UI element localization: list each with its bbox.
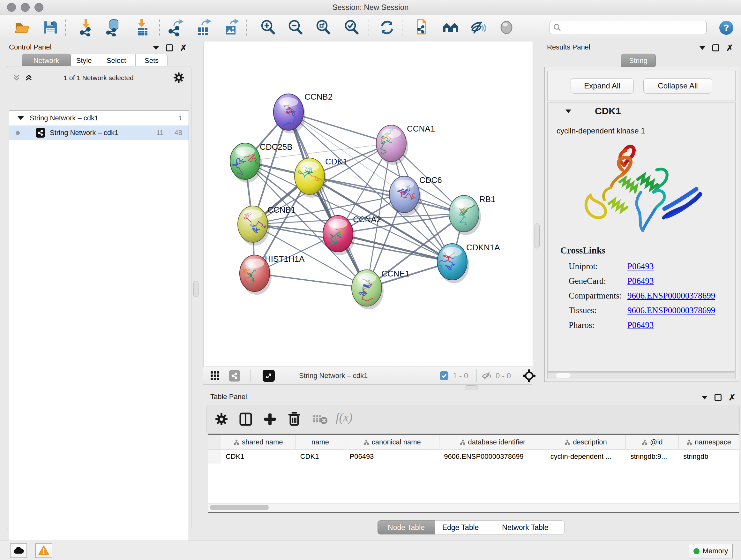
svg-text:CDKN1A: CDKN1A — [466, 243, 500, 252]
zoom-selected-icon[interactable] — [343, 18, 360, 37]
cell-canonical-name[interactable]: P06493 — [345, 449, 440, 463]
create-column-plus-icon[interactable] — [263, 412, 277, 428]
float-panel-icon[interactable] — [702, 396, 708, 399]
expand-all-button[interactable]: Expand All — [570, 78, 634, 94]
crosslink-link[interactable]: 9606.ENSP00000378699 — [627, 291, 715, 300]
import-table-file-icon[interactable] — [133, 18, 151, 37]
results-panel-splitter-handle[interactable] — [535, 224, 540, 248]
string-network-graph[interactable]: CCNB2CCNA1CDC25BCDK1CDC6RB1CCNB1CCNA2CDK… — [204, 42, 533, 367]
show-glass-pane-icon[interactable] — [497, 18, 515, 37]
show-columns-icon[interactable] — [239, 412, 253, 428]
export-image-icon[interactable] — [222, 18, 240, 37]
control-panel-tabs: Network Style Select Sets — [22, 54, 167, 68]
birds-eye-view-icon[interactable] — [263, 370, 275, 382]
crosslink-link[interactable]: P06493 — [627, 276, 654, 286]
export-network-icon[interactable] — [167, 18, 185, 37]
scrollbar-thumb[interactable] — [210, 505, 269, 510]
network-row-selected[interactable]: String Network – cdk1 11 48 — [9, 125, 189, 140]
tab-select[interactable]: Select — [97, 54, 136, 68]
network-view-share-icon[interactable] — [229, 370, 240, 381]
tab-style[interactable]: Style — [71, 54, 97, 68]
tab-network-table[interactable]: Network Table — [486, 520, 564, 535]
table-options-gear-icon[interactable] — [215, 413, 228, 427]
fit-selected-crosshair-icon[interactable] — [522, 369, 536, 384]
help-question-glyph: ? — [724, 23, 729, 33]
cell-name[interactable]: CDK1 — [296, 449, 345, 463]
footer-separator — [284, 369, 284, 382]
float-panel-icon[interactable] — [153, 46, 159, 50]
search-input[interactable] — [564, 23, 702, 32]
tab-network[interactable]: Network — [22, 54, 71, 68]
table-toolbar: f(x) — [206, 405, 740, 434]
title-bar: Session: New Session — [0, 0, 741, 15]
memory-button[interactable]: Memory — [689, 544, 733, 558]
close-panel-icon[interactable]: ✗ — [729, 394, 736, 401]
cell-shared-name[interactable]: CDK1 — [221, 449, 296, 463]
cloud-status-button[interactable] — [10, 543, 27, 558]
import-network-file-icon[interactable] — [77, 18, 95, 37]
cell-at-id[interactable]: stringdb:9... — [626, 449, 679, 463]
close-panel-icon[interactable]: ✗ — [180, 44, 187, 51]
results-horizontal-scrollbar[interactable] — [547, 372, 736, 379]
maximize-panel-icon[interactable] — [715, 394, 722, 401]
column-header-canonical-name[interactable]: canonical name — [345, 435, 440, 449]
grid-view-icon[interactable] — [210, 371, 220, 382]
maximize-panel-icon[interactable] — [166, 44, 173, 51]
cell-database-identifier[interactable]: 9606.ENSP00000378699 — [440, 449, 546, 463]
import-string-file-icon[interactable] — [413, 18, 431, 37]
column-header-shared-name[interactable]: shared name — [221, 435, 296, 449]
update-network-icon[interactable] — [378, 18, 396, 37]
network-collection-row[interactable]: String Network – cdk1 1 — [9, 111, 189, 125]
collection-expand-caret[interactable] — [17, 116, 24, 120]
crosslink-label: Compartments: — [569, 288, 627, 303]
control-panel-splitter-handle[interactable] — [193, 281, 199, 297]
export-table-icon[interactable] — [194, 18, 212, 37]
column-header-database-identifier[interactable]: database identifier — [440, 435, 546, 449]
help-button[interactable]: ? — [719, 21, 733, 35]
network-options-gear-icon[interactable] — [173, 72, 184, 84]
memory-status-dot — [693, 548, 699, 554]
tab-edge-table[interactable]: Edge Table — [435, 520, 486, 535]
section-collapse-caret[interactable] — [565, 110, 571, 113]
float-panel-icon[interactable] — [699, 46, 705, 50]
network-canvas[interactable]: CCNB2CCNA1CDC25BCDK1CDC6RB1CCNB1CCNA2CDK… — [203, 42, 533, 367]
crosslink-link[interactable]: P06493 — [627, 320, 654, 330]
warning-icon — [38, 545, 49, 556]
crosslinks-heading: CrossLinks — [560, 245, 735, 256]
tab-node-table[interactable]: Node Table — [378, 520, 435, 535]
table-panel-splitter-handle[interactable] — [465, 385, 478, 390]
table-row[interactable]: CDK1 CDK1 P06493 9606.ENSP00000378699 cy… — [208, 449, 739, 463]
string-home-icon[interactable] — [442, 18, 460, 37]
zoom-in-icon[interactable] — [259, 18, 277, 37]
tab-sets[interactable]: Sets — [136, 54, 167, 68]
main-toolbar: ? — [0, 15, 741, 40]
warnings-button[interactable] — [35, 543, 52, 558]
column-header-namespace[interactable]: namespace — [679, 435, 739, 449]
zoom-fit-icon[interactable] — [314, 18, 332, 37]
save-session-icon[interactable] — [42, 18, 59, 37]
cell-namespace[interactable]: stringdb — [679, 449, 739, 463]
delete-table-icon-disabled[interactable] — [312, 414, 328, 426]
protein-section-header[interactable]: CDK1 — [548, 103, 735, 120]
close-panel-icon[interactable]: ✗ — [726, 44, 733, 51]
function-builder-fx-icon[interactable]: f(x) — [336, 410, 353, 424]
column-header-at-id[interactable]: @id — [626, 435, 679, 449]
table-horizontal-scrollbar[interactable] — [208, 503, 739, 512]
import-network-database-icon[interactable] — [105, 18, 122, 37]
crosslink-link[interactable]: P06493 — [627, 261, 654, 271]
tab-string[interactable]: String — [621, 54, 656, 68]
column-header-name[interactable]: name — [296, 435, 345, 449]
scrollbar-thumb[interactable] — [556, 373, 570, 378]
open-session-icon[interactable] — [13, 18, 31, 37]
column-header-description[interactable]: description — [546, 435, 626, 449]
hidden-eye-slash-icon[interactable] — [482, 371, 492, 382]
delete-column-trash-icon[interactable] — [287, 412, 301, 428]
toolbar-separator — [246, 19, 247, 36]
maximize-panel-icon[interactable] — [712, 44, 719, 51]
collapse-all-button[interactable]: Collapse All — [643, 78, 712, 94]
cell-description[interactable]: cyclin-dependent ... — [546, 449, 626, 463]
hide-glass-pane-icon[interactable] — [469, 18, 487, 37]
selected-checkbox-icon[interactable] — [440, 371, 448, 380]
zoom-out-icon[interactable] — [286, 18, 305, 37]
crosslink-link[interactable]: 9606.ENSP00000378699 — [627, 306, 715, 315]
